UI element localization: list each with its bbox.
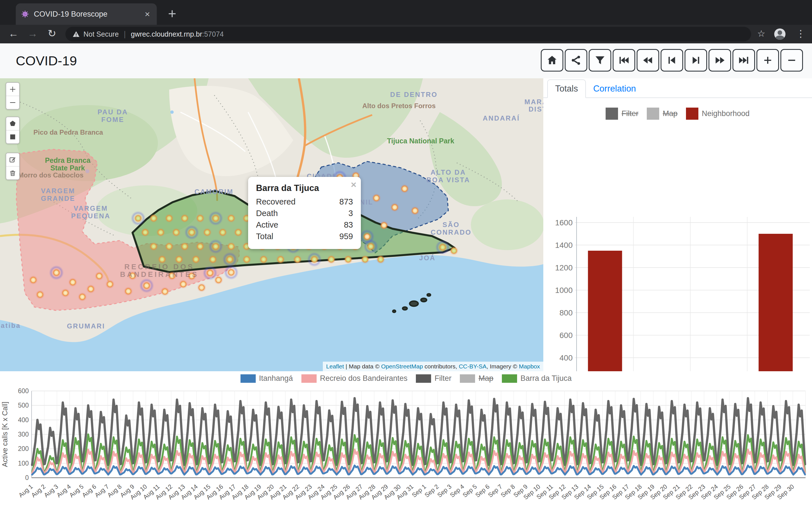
map-label: GRUMARI [67,322,105,330]
legend-swatch [606,108,618,120]
active-calls-line-chart: 0100200300400500600Active calls [K x Cal… [0,387,812,507]
popup-row-value: 873 [340,196,353,208]
attribution-link[interactable]: OpenStreetMap [381,363,423,370]
tab-totals[interactable]: Totals [547,79,586,98]
legend-item[interactable]: Filter [606,108,638,120]
rewind-button[interactable] [637,49,659,71]
line-y-tick: 0 [25,474,29,482]
back-icon[interactable]: ← [6,25,21,43]
heat-point [165,214,174,223]
draw-rectangle-button[interactable] [6,130,19,144]
legend-label: Recreio dos Bandeirantes [320,374,408,383]
zoom-in-button[interactable] [6,83,19,96]
legend-swatch [416,374,431,383]
heat-point [124,287,133,296]
bar-y-tick: 400 [559,353,573,362]
line-x-tick: Aug 2 [30,483,47,499]
legend-item[interactable]: Filter [416,374,451,383]
filter-icon [594,54,606,66]
plus-icon [9,86,17,93]
step-back-button[interactable] [661,49,683,71]
fast-forward-button[interactable] [709,49,731,71]
map-label: CAMORIM [195,188,234,195]
reload-icon[interactable]: ↻ [44,25,60,43]
share-button[interactable] [565,49,587,71]
minus-icon [786,54,798,66]
legend-swatch [301,374,317,383]
line-x-tick: Sep 7 [487,483,504,499]
browser-menu-icon[interactable]: ⋮ [793,25,809,43]
tab-correlation[interactable]: Correlation [586,80,644,98]
attribution-text: , Imagery © [487,363,519,370]
minus-button[interactable] [780,49,803,71]
legend-swatch [241,374,256,383]
legend-item[interactable]: Barra da Tijuca [502,374,572,383]
line-x-tick: Sep 1 [410,483,427,499]
page-title: COVID-19 [16,43,77,78]
line-x-tick: Aug 1 [17,483,34,499]
legend-swatch [647,108,659,120]
line-x-tick: Aug 3 [43,483,59,499]
heat-point [211,242,220,251]
rewind-icon [642,54,654,66]
step-forward-button[interactable] [684,49,707,71]
map-popup: × Barra da Tijuca Recovered873Death3Acti… [248,177,361,249]
legend-item[interactable]: Recreio dos Bandeirantes [301,374,408,383]
legend-item[interactable]: Map [460,374,493,383]
popup-row: Recovered873 [256,196,353,208]
attribution-link[interactable]: Leaflet [326,363,344,370]
heat-point [203,228,212,237]
plus-button[interactable] [756,49,779,71]
attribution-link[interactable]: CC-BY-SA [459,363,486,370]
heat-point [227,214,236,223]
heat-point [156,228,165,237]
bar-y-tick: 1400 [555,241,573,249]
app-window: COVID-19 Borescope × + ← → ↻ Not Secure … [0,0,812,507]
legend-label: Map [478,374,493,383]
edit-icon [9,156,17,164]
edit-layers-button[interactable] [6,153,19,166]
map-label: Alto dos Pretos Forros [362,102,436,110]
security-label: Not Secure [84,30,119,38]
map-label: Tijuca National Park [387,137,455,145]
url-separator: | [124,30,126,39]
panel-tabbar: TotalsCorrelation [543,78,812,98]
attribution-link[interactable]: Mapbox [519,363,540,370]
line-y-tick: 500 [18,402,29,409]
dashboard-toolbar [541,49,803,71]
map-label: çatiba [0,322,21,329]
map-control-group [6,82,20,110]
tab-title: COVID-19 Borescope [34,10,143,18]
map-label: Pedra BrancaState Park [45,156,91,172]
home-button[interactable] [541,49,563,71]
legend-item[interactable]: Map [647,108,677,120]
page-header: COVID-19 [0,43,812,78]
skip-first-button[interactable] [613,49,635,71]
heat-point [449,246,458,255]
popup-close-icon[interactable]: × [351,179,356,190]
heat-point [29,276,38,284]
draw-polygon-button[interactable] [6,117,19,130]
delete-layers-button[interactable] [6,166,19,179]
timeseries-section: ItanhangáRecreio dos BandeirantesFilterM… [0,371,812,507]
line-x-tick: Aug 7 [93,483,110,499]
skip-last-button[interactable] [732,49,755,71]
popup-row-label: Total [256,231,273,242]
new-tab-button[interactable]: + [168,5,176,22]
address-bar[interactable]: Not Secure | gwrec.cloudnext.rnp.br :570… [65,27,751,41]
line-y-tick: 600 [18,387,29,395]
legend-item[interactable]: Neighborhood [686,108,750,120]
heat-point [376,255,385,264]
heat-point [361,255,370,264]
heat-point [438,243,447,252]
profile-avatar[interactable] [774,29,785,40]
minus-icon [9,99,17,107]
zoom-out-button[interactable] [6,96,19,109]
bookmark-star-icon[interactable]: ☆ [753,25,769,43]
tab-close-icon[interactable]: × [143,9,152,19]
browser-tab[interactable]: COVID-19 Borescope × [16,3,157,25]
legend-item[interactable]: Itanhangá [241,374,293,383]
heat-point [187,228,196,237]
forward-icon[interactable]: → [25,25,41,43]
filter-button[interactable] [589,49,611,71]
